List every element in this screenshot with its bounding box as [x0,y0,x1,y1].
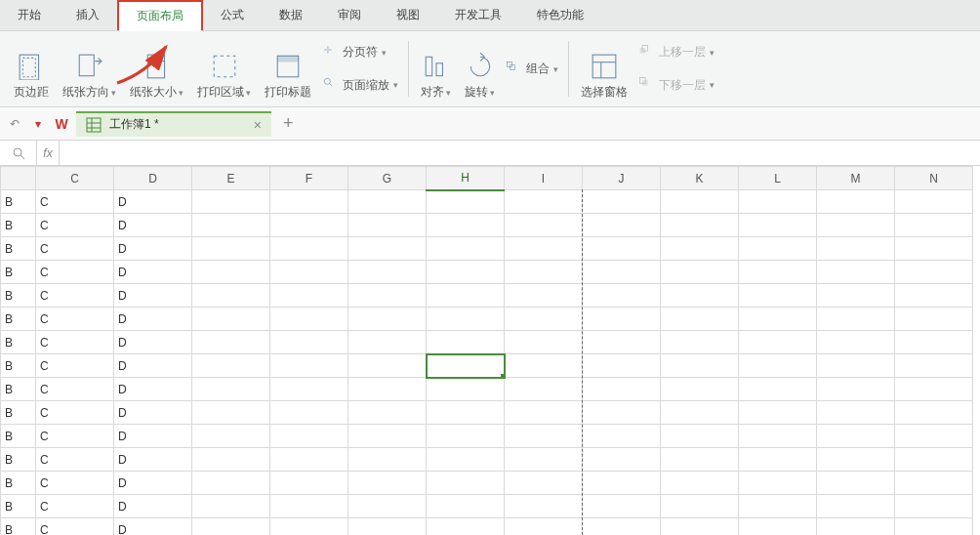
cell[interactable] [348,237,427,261]
cell[interactable] [739,190,817,214]
column-header-K[interactable]: K [661,167,739,190]
print-area-button[interactable]: 打印区域▾ [191,35,257,103]
column-header-J[interactable]: J [583,167,661,190]
cell[interactable] [427,425,505,448]
cell[interactable] [505,401,583,425]
cell[interactable]: C [36,518,114,536]
fx-button[interactable]: fx [37,146,59,160]
cell[interactable]: D [114,495,192,518]
cell[interactable] [270,472,348,495]
cell[interactable] [739,261,817,284]
cell[interactable]: B [1,284,36,308]
cell[interactable] [348,425,427,448]
cell[interactable] [739,308,817,331]
cell[interactable] [348,401,427,425]
cell[interactable] [192,308,270,331]
menu-tab-2[interactable]: 页面布局 [117,0,203,30]
cell[interactable] [739,354,817,378]
spreadsheet-grid[interactable]: CDEFGHIJKLMNBCDBCDBCDBCDBCDBCDBCDBCDBCDB… [0,166,980,535]
cell[interactable] [348,495,427,518]
menu-tab-8[interactable]: 特色功能 [519,0,601,30]
cell[interactable]: D [114,518,192,536]
cell[interactable]: D [114,401,192,425]
cell[interactable]: C [36,401,114,425]
cell[interactable] [505,190,583,214]
name-box[interactable] [0,141,37,165]
cell[interactable] [348,190,427,214]
cell[interactable]: C [36,331,114,354]
cell[interactable]: C [36,495,114,518]
cell[interactable] [192,190,270,214]
cell[interactable] [739,401,817,425]
orientation-button[interactable]: 纸张方向▾ [57,35,122,103]
menu-tab-4[interactable]: 数据 [262,0,320,30]
cell[interactable] [817,354,895,378]
column-header-C[interactable]: C [36,167,114,190]
cell[interactable]: D [114,190,192,214]
cell[interactable] [739,331,817,354]
cell[interactable] [661,190,739,214]
cell[interactable]: D [114,261,192,284]
cell[interactable] [817,472,895,495]
cell[interactable]: C [36,214,114,237]
formula-input[interactable] [59,141,980,165]
cell[interactable] [739,472,817,495]
cell[interactable]: D [114,378,192,401]
cell[interactable] [661,401,739,425]
cell[interactable] [192,425,270,448]
cell[interactable] [739,284,817,308]
cell[interactable]: D [114,237,192,261]
cell[interactable] [817,378,895,401]
cell[interactable]: C [36,261,114,284]
cell[interactable] [427,518,505,536]
cell[interactable] [817,237,895,261]
cell[interactable] [192,518,270,536]
cell[interactable]: D [114,354,192,378]
cell[interactable] [270,448,348,472]
cell[interactable] [583,331,661,354]
column-header-F[interactable]: F [270,167,348,190]
cell[interactable] [427,284,505,308]
cell[interactable]: D [114,425,192,448]
cell[interactable] [348,378,427,401]
cell[interactable] [192,237,270,261]
cell[interactable] [817,308,895,331]
cell[interactable] [895,354,973,378]
cell[interactable] [583,401,661,425]
cell[interactable]: D [114,331,192,354]
cell[interactable] [661,214,739,237]
cell[interactable] [661,308,739,331]
cell[interactable] [270,495,348,518]
cell[interactable] [348,308,427,331]
cell[interactable] [817,331,895,354]
column-header-H[interactable]: H [427,167,505,190]
selection-pane-button[interactable]: 选择窗格 [575,35,633,103]
menu-tab-6[interactable]: 视图 [379,0,437,30]
cell[interactable] [895,518,973,536]
cell[interactable] [817,425,895,448]
cell[interactable] [505,214,583,237]
cell[interactable] [505,354,583,378]
rotate-button[interactable]: 旋转▾ [459,35,501,103]
cell[interactable] [739,518,817,536]
cell[interactable] [817,518,895,536]
cell[interactable]: B [1,190,36,214]
cell[interactable] [505,425,583,448]
cell[interactable] [270,214,348,237]
cell[interactable]: C [36,448,114,472]
cell[interactable] [192,495,270,518]
cell[interactable] [895,190,973,214]
cell[interactable] [583,190,661,214]
cell[interactable] [348,448,427,472]
cell[interactable] [427,495,505,518]
cell[interactable] [192,448,270,472]
cell[interactable] [661,518,739,536]
cell[interactable] [583,378,661,401]
cell[interactable] [192,331,270,354]
cell[interactable] [348,261,427,284]
column-header-E[interactable]: E [192,167,270,190]
cell[interactable]: B [1,308,36,331]
cell[interactable]: B [1,378,36,401]
menu-tab-1[interactable]: 插入 [59,0,117,30]
print-titles-button[interactable]: 打印标题 [259,35,317,103]
